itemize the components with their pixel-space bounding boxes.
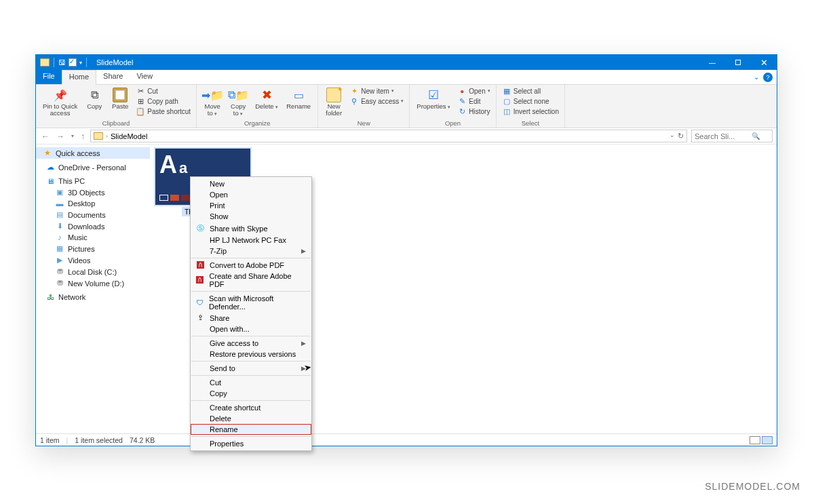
search-input[interactable] [695,132,749,140]
pdf-icon: 🅰 [195,261,206,269]
sidebar-desktop[interactable]: ▬Desktop [36,198,150,209]
cut-button[interactable]: ✂Cut [134,86,192,96]
tab-view[interactable]: View [130,70,159,84]
share-icon: ⇪ [195,313,206,322]
ctx-properties[interactable]: Properties [191,438,311,449]
ctx-open-with[interactable]: Open with... [191,324,311,334]
dropdown-icon[interactable]: ⌄ [670,132,675,140]
sidebar-documents[interactable]: ▤Documents [36,209,150,220]
ctx-copy[interactable]: Copy [191,388,311,399]
select-none-button[interactable]: ▢Select none [501,96,560,106]
ctx-rename[interactable]: Rename [191,424,311,435]
delete-icon [259,88,274,102]
rename-button[interactable]: ▭Rename [284,86,313,111]
ctx-send-to[interactable]: Send to▶ [191,363,311,374]
tab-home[interactable]: Home [62,70,96,85]
ctx-create-share-pdf[interactable]: 🅰Create and Share Adobe PDF [191,271,311,290]
newitem-icon: ✦ [349,86,359,96]
easy-access-button[interactable]: ⚲Easy access ▾ [348,96,405,106]
ctx-give-access[interactable]: Give access to▶ [191,338,311,349]
ribbon: 📌 Pin to Quickaccess ⧉ Copy Paste ✂Cut ⊞… [36,85,777,128]
videos-icon: ▶ [55,256,64,265]
new-folder-button[interactable]: Newfolder [322,86,345,118]
ctx-show[interactable]: Show [191,211,311,222]
sidebar-downloads[interactable]: ⬇Downloads [36,220,150,232]
select-all-icon [502,86,511,96]
cursor-icon: ➤ [303,362,312,373]
tab-file[interactable]: File [36,70,62,84]
ctx-7zip[interactable]: 7-Zip▶ [191,246,311,256]
documents-icon: ▤ [55,210,64,219]
paste-shortcut-button[interactable]: 📋Paste shortcut [134,106,192,116]
tab-share[interactable]: Share [96,70,130,84]
search-box[interactable]: 🔍 [691,130,773,142]
pictures-icon: ▦ [55,244,64,253]
minimize-button[interactable]: — [699,55,725,70]
folder-icon [94,132,103,140]
address-bar[interactable]: › SlideModel ⌄↻ [90,130,687,142]
sidebar-this-pc[interactable]: 🖥This PC [36,176,150,187]
pc-icon: 🖥 [45,177,55,185]
close-button[interactable]: ✕ [751,55,777,70]
group-label: Open [414,119,491,128]
ctx-open[interactable]: Open [191,189,311,200]
sidebar-3d-objects[interactable]: ▣3D Objects [36,187,150,198]
ctx-new[interactable]: New [191,178,311,189]
delete-button[interactable]: Delete ▾ [252,86,281,111]
view-details-button[interactable] [750,436,760,444]
ctx-create-shortcut[interactable]: Create shortcut [191,402,311,413]
sidebar-pictures[interactable]: ▦Pictures [36,243,150,254]
skype-icon: Ⓢ [195,223,206,233]
shield-icon: 🛡 [195,298,205,307]
copy-to-button[interactable]: 📁Copyto ▾ [227,86,250,118]
copyto-icon: 📁 [231,88,246,102]
maximize-button[interactable] [725,55,751,70]
select-all-button[interactable]: Select all [501,86,560,96]
breadcrumb[interactable]: SlideModel [111,132,147,140]
ctx-share-skype[interactable]: ⓈShare with Skype [191,222,311,235]
view-thumbnails-button[interactable] [762,436,773,444]
pin-quick-access-button[interactable]: 📌 Pin to Quickaccess [40,86,80,118]
copy-button[interactable]: ⧉ Copy [83,86,106,111]
ribbon-tabs: File Home Share View ⌄ ? [36,70,777,85]
ctx-cut[interactable]: Cut [191,377,311,388]
sidebar-onedrive[interactable]: ☁OneDrive - Personal [36,161,150,173]
open-button[interactable]: Open ▾ [456,86,491,96]
ctx-share[interactable]: ⇪Share [191,312,311,324]
sidebar-quick-access[interactable]: ★Quick access [36,147,150,159]
cube-icon: ▣ [55,188,64,197]
ctx-defender[interactable]: 🛡Scan with Microsoft Defender... [191,293,311,312]
up-button[interactable]: ↑ [79,132,86,141]
invert-selection-button[interactable]: ◫Invert selection [501,106,560,116]
sidebar-music[interactable]: ♪Music [36,232,150,243]
cloud-icon: ☁ [45,163,55,172]
star-icon: ★ [43,149,52,157]
refresh-icon[interactable]: ↻ [678,132,684,140]
sidebar-local-disk-c[interactable]: ⛃Local Disk (C:) [36,266,150,277]
help-icon[interactable]: ? [763,73,773,82]
ctx-print[interactable]: Print [191,200,311,211]
group-label: Select [501,119,560,128]
ribbon-collapse-icon[interactable]: ⌄ [754,73,759,81]
ctx-delete[interactable]: Delete [191,413,311,424]
history-button[interactable]: History [456,106,491,116]
edit-icon [457,96,467,106]
sidebar-network[interactable]: 🖧Network [36,292,150,303]
edit-button[interactable]: Edit [456,96,491,106]
new-item-button[interactable]: ✦New item ▾ [348,86,405,96]
qat-checkbox[interactable] [69,58,77,66]
sidebar-videos[interactable]: ▶Videos [36,254,150,266]
forward-button[interactable]: → [55,132,66,141]
move-to-button[interactable]: 📁Moveto ▾ [201,86,224,118]
context-menu: New Open Print Show ⓈShare with Skype HP… [190,176,312,451]
qat-save-icon[interactable]: 🖫 [58,58,66,66]
sidebar-new-volume-d[interactable]: ⛃New Volume (D:) [36,277,150,289]
recent-button[interactable]: ▾ [70,133,75,139]
back-button[interactable]: ← [40,132,51,141]
properties-button[interactable]: Properties ▾ [414,86,453,111]
ctx-convert-pdf[interactable]: 🅰Convert to Adobe PDF [191,260,311,271]
ctx-restore-versions[interactable]: Restore previous versions [191,349,311,360]
paste-button[interactable]: Paste [109,86,132,111]
copy-path-button[interactable]: ⊞Copy path [134,96,192,106]
ctx-fax[interactable]: HP LJ Network PC Fax [191,235,311,246]
